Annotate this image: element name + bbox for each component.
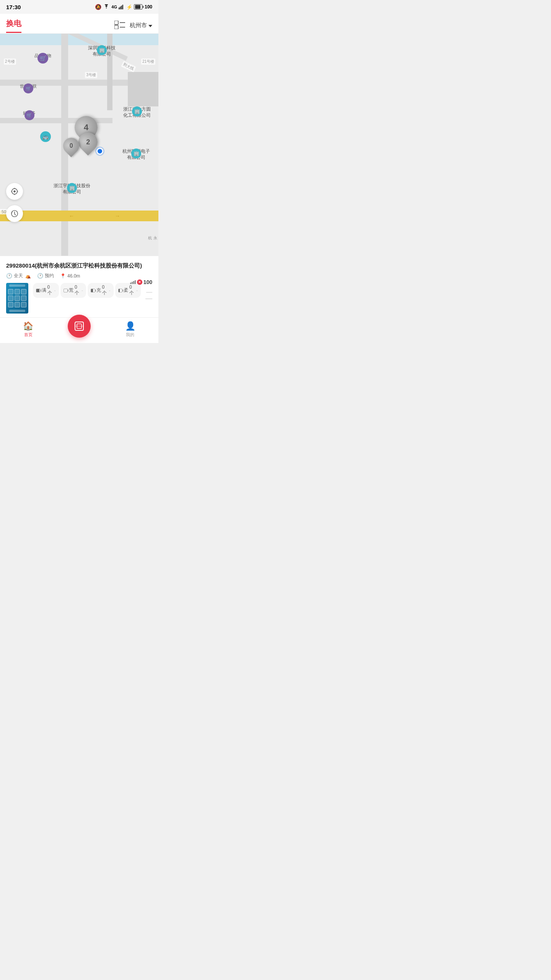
building-icon-zheda: 🏢	[132, 106, 142, 116]
header-right: 杭州市	[114, 21, 152, 31]
clock-icon-2: 🕐	[37, 273, 43, 279]
battery-soft-icon	[118, 289, 123, 292]
battery-icon	[134, 4, 142, 10]
building-label-21: 21号楼	[141, 59, 155, 65]
tag-distance: 📍 46.0m	[60, 273, 80, 279]
mute-icon: 🔕	[95, 4, 101, 10]
stat-level-4: 柔	[124, 287, 128, 294]
signal-bars-icon	[130, 280, 136, 284]
poi-shenzhen[interactable]: 🏢 深圳城铄科技有限公司	[88, 45, 116, 57]
current-location-dot	[96, 148, 103, 155]
panel-dash-right: —	[146, 289, 152, 296]
battery-stat-1: 满 0个 -	[33, 283, 59, 298]
svg-rect-3	[122, 5, 123, 9]
battery-charging-icon	[91, 289, 95, 292]
gray-block	[128, 72, 158, 106]
stat-level-3: 充	[96, 287, 101, 294]
nav-item-home[interactable]: 🏠 首页	[0, 321, 57, 338]
shopping-icon-haoyouduo: 🛒	[24, 110, 34, 120]
locate-button[interactable]	[6, 183, 23, 200]
header: 换电 杭州市	[0, 14, 158, 34]
nav-profile-label: 我的	[126, 332, 134, 338]
tag-allday-text: 全天	[14, 273, 23, 279]
svg-rect-4	[114, 21, 118, 24]
building-icon-zhiyuan: 🏢	[131, 149, 141, 158]
tag-reservation: 🕐 预约	[37, 273, 54, 279]
stat-level-2: 荒	[69, 287, 73, 294]
poi-bus-stop[interactable]: 🚌	[40, 131, 51, 142]
map-container[interactable]: ← → 永杭 🛒 品全购物 🛒 世纪华联 🛒 好又多 🚌 🏢 深圳城铄科技有限公…	[0, 34, 158, 256]
info-panel-title: 299280014(杭州市余杭区浙江宇松科技股份有限公司)	[6, 261, 152, 270]
building-icon-shenzhen: 🏢	[97, 45, 107, 55]
info-panel: ✕ 100 — 299280014(杭州市余杭区浙江宇松科技股份有限公司) 🕐 …	[0, 256, 158, 317]
svg-point-9	[13, 190, 16, 193]
poi-shijihualian[interactable]: 🛒 世纪华联	[20, 83, 37, 89]
svg-rect-1	[120, 7, 121, 9]
clock-icon-1: 🕐	[6, 273, 12, 279]
status-time: 17:30	[6, 4, 21, 10]
city-selector[interactable]: 杭州市	[130, 22, 152, 29]
building-icon-yusong: 🏢	[67, 183, 77, 193]
main-road-yellow	[0, 211, 158, 221]
shopping-icon-pinquan: 🛒	[37, 53, 48, 64]
map-pin-0[interactable]: 0	[63, 138, 79, 154]
chevron-down-icon	[148, 25, 152, 27]
map-pin-2[interactable]: 2	[78, 132, 98, 152]
poi-hangzhou-zhiyuan[interactable]: 🏢 杭州智源电子有限公司	[122, 149, 150, 160]
profile-icon: 👤	[125, 321, 135, 331]
signal-error-icon: ✕	[137, 279, 142, 285]
navigation-icon: 📍	[60, 273, 66, 279]
stat-level-1: 满	[42, 287, 46, 294]
signal-value: 100	[143, 279, 152, 285]
building-label-3: 3号楼	[85, 72, 97, 78]
tag-distance-text: 46.0m	[67, 273, 80, 279]
signal-icon	[119, 4, 125, 10]
history-button[interactable]	[6, 205, 23, 222]
network-type: 4G	[111, 5, 117, 9]
city-name: 杭州市	[130, 22, 147, 29]
stat-count-1: 0个	[47, 284, 53, 296]
shopping-icon-shiji: 🛒	[23, 83, 33, 93]
signal-status-area: ✕ 100	[130, 279, 152, 285]
nav-home-label: 首页	[24, 332, 33, 338]
battery-empty-icon	[64, 289, 68, 292]
scan-icon	[73, 320, 85, 332]
home-icon: 🏠	[23, 321, 33, 331]
poi-zhejiang-da[interactable]: 🏢 浙江浙大方圆化工有限公司	[123, 106, 151, 118]
tag-reservation-text: 预约	[45, 273, 54, 279]
battery-stat-3: 充 0个 -	[88, 283, 114, 298]
header-title[interactable]: 换电	[6, 18, 21, 33]
poi-yusong[interactable]: 🏢 浙江宇松科技股份有限公司	[54, 183, 90, 195]
status-icons: 🔕 4G ⚡ 100	[95, 4, 152, 10]
wifi-icon	[103, 4, 110, 10]
road-arrow-left: ←	[69, 213, 74, 219]
stat-count-3: 0个	[102, 284, 108, 296]
status-bar: 17:30 🔕 4G ⚡ 100	[0, 0, 158, 14]
stat-count-4: 0个	[129, 284, 135, 296]
building-label-2: 2号楼	[4, 59, 16, 65]
battery-full-icon	[36, 289, 41, 292]
svg-rect-0	[119, 8, 119, 10]
tent-icon: ⛺	[25, 273, 31, 279]
grid-list-icon[interactable]	[114, 21, 125, 31]
scan-button[interactable]	[68, 315, 91, 338]
poi-pinquan[interactable]: 🛒 品全购物	[34, 53, 51, 59]
road-arrow-right: →	[115, 213, 120, 219]
battery-stat-2: 荒 0个 -	[60, 283, 86, 298]
nav-item-center	[57, 321, 102, 338]
info-tags-row: 🕐 全天 ⛺ 🕐 预约 📍 46.0m	[6, 273, 152, 279]
station-image	[6, 283, 28, 314]
stat-count-2: 0个	[75, 284, 80, 296]
poi-haoyouduo[interactable]: 🛒 好又多	[23, 110, 36, 116]
battery-stats-grid: 满 0个 - 荒 0个 - 充 0个 - 柔 0个 -	[33, 283, 141, 298]
info-details-row: 满 0个 - 荒 0个 - 充 0个 - 柔 0个 -	[6, 283, 152, 314]
svg-rect-2	[121, 6, 122, 10]
battery-level: 100	[145, 4, 152, 10]
svg-rect-5	[114, 25, 118, 29]
charging-icon: ⚡	[126, 4, 132, 10]
pin-circle-0: 0	[60, 134, 82, 157]
nav-item-profile[interactable]: 👤 我的	[102, 321, 158, 338]
bottom-nav: 🏠 首页 👤 我的	[0, 317, 158, 343]
tag-allday: 🕐 全天 ⛺	[6, 273, 31, 279]
